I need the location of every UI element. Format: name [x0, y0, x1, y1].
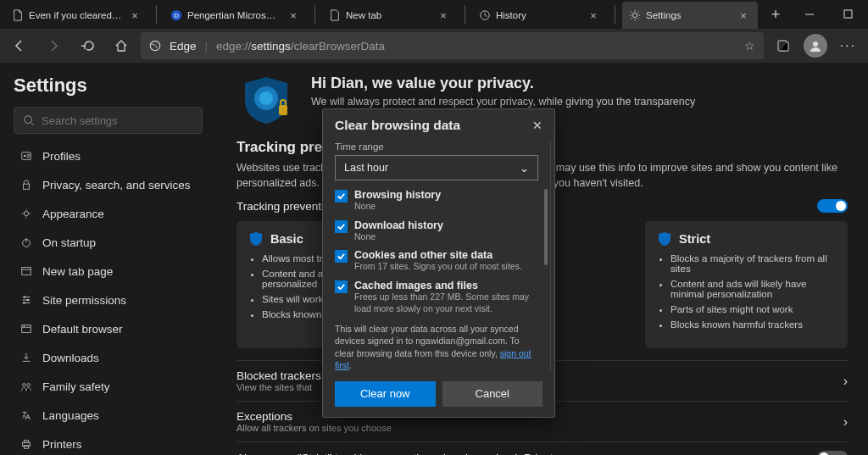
tab-title: Even if you cleared your his	[29, 10, 122, 20]
bullet: Content and ads will likely have minimal…	[670, 279, 836, 299]
tracking-label: Tracking prevention	[236, 200, 337, 213]
card-strict[interactable]: Strict Blocks a majority of trackers fro…	[645, 221, 848, 348]
shield-icon	[657, 231, 672, 247]
search-icon	[23, 114, 35, 126]
profile-button[interactable]	[801, 31, 830, 60]
history-icon	[479, 9, 491, 21]
settings-sidebar: Settings Profiles Privacy, search, and s…	[0, 63, 216, 455]
strict-inprivate-row: Always use "Strict" tracking prevention …	[236, 441, 848, 455]
svg-rect-11	[24, 184, 30, 189]
profile-icon	[19, 150, 34, 162]
close-icon[interactable]: ×	[736, 9, 751, 22]
card-basic[interactable]: Basic Allows most trackers across all si…	[236, 221, 439, 348]
svg-point-3	[632, 13, 637, 17]
svg-rect-18	[22, 325, 31, 333]
blocked-trackers-row[interactable]: Blocked trackers View the sites that ›	[236, 360, 848, 401]
refresh-button[interactable]	[73, 31, 102, 60]
svg-point-17	[23, 302, 25, 304]
close-icon[interactable]: ×	[586, 9, 601, 22]
svg-rect-4	[844, 10, 852, 18]
family-icon	[19, 380, 34, 392]
tab-settings[interactable]: Settings ×	[622, 2, 758, 29]
tracking-toggle[interactable]	[817, 199, 848, 213]
sidebar-item-appearance[interactable]: Appearance	[14, 200, 203, 227]
title-bar: Even if you cleared your his × D Pengert…	[0, 0, 868, 29]
lock-icon	[19, 179, 34, 191]
page-heading: Hi Dian, we value your privacy.	[311, 75, 695, 92]
page-icon	[329, 9, 341, 21]
sidebar-item-permissions[interactable]: Site permissions	[14, 286, 203, 314]
maximize-button[interactable]	[829, 0, 868, 29]
sidebar-item-printers[interactable]: Printers	[14, 430, 203, 455]
privacy-hero-icon	[236, 75, 296, 125]
settings-content: Hi Dian, we value your privacy. We will …	[216, 63, 868, 455]
back-button[interactable]	[5, 31, 34, 60]
sidebar-item-profiles[interactable]: Profiles	[14, 142, 203, 169]
download-icon	[19, 352, 34, 363]
forward-button[interactable]	[39, 31, 68, 60]
inprivate-toggle[interactable]	[817, 451, 848, 455]
appearance-icon	[19, 208, 34, 219]
svg-rect-30	[279, 105, 287, 115]
svg-rect-22	[24, 441, 28, 443]
svg-text:D: D	[174, 12, 179, 19]
svg-point-5	[150, 41, 159, 50]
address-bar[interactable]: Edge | edge://settings/clearBrowserData …	[141, 32, 764, 59]
tab-title: Pengertian Microsoft Edge	[187, 10, 281, 20]
close-icon[interactable]: ×	[127, 9, 142, 22]
search-settings[interactable]	[14, 107, 203, 134]
search-input[interactable]	[42, 114, 193, 127]
minimize-button[interactable]	[790, 0, 829, 29]
tab-0[interactable]: Even if you cleared your his ×	[5, 2, 149, 29]
sidebar-item-startup[interactable]: On startup	[14, 229, 203, 256]
sidebar-item-default[interactable]: Default browser	[14, 315, 203, 342]
exceptions-row[interactable]: Exceptions Allow all trackers on sites y…	[236, 401, 848, 441]
favicon-icon: D	[170, 9, 182, 21]
edge-icon	[149, 40, 161, 52]
close-icon[interactable]: ×	[436, 9, 451, 22]
close-icon[interactable]: ×	[286, 9, 301, 22]
home-button[interactable]	[107, 31, 136, 60]
browser-label: Edge	[170, 40, 197, 53]
page-icon	[19, 265, 34, 277]
sidebar-item-newtab[interactable]: New tab page	[14, 258, 203, 285]
svg-point-8	[25, 116, 32, 124]
page-icon	[12, 9, 24, 21]
svg-point-29	[259, 92, 273, 105]
toolbar: Edge | edge://settings/clearBrowserData …	[0, 29, 868, 63]
svg-point-7	[813, 42, 818, 47]
power-icon	[19, 236, 34, 248]
browser-icon	[19, 323, 34, 335]
printer-icon	[19, 438, 34, 450]
svg-point-20	[27, 384, 31, 387]
more-button[interactable]: ···	[833, 38, 863, 53]
tab-title: Settings	[646, 10, 731, 20]
favorite-icon[interactable]: ☆	[744, 39, 755, 53]
svg-point-16	[26, 299, 29, 302]
bullet: Blocks known harmful trackers	[670, 319, 836, 330]
tracking-title: Tracking prevention	[236, 139, 848, 156]
svg-point-12	[24, 211, 28, 215]
tab-1[interactable]: D Pengertian Microsoft Edge ×	[164, 2, 308, 29]
chevron-right-icon: ›	[843, 374, 848, 389]
new-tab-button[interactable]: +	[761, 0, 790, 29]
language-icon	[19, 409, 34, 421]
page-subheading: We will always protect and respect your …	[311, 96, 695, 108]
sidebar-item-family[interactable]: Family safety	[14, 373, 203, 400]
tracking-sub: Websites use trackers to collect info ab…	[236, 161, 848, 191]
chevron-right-icon: ›	[843, 414, 848, 430]
url-text: edge://settings/clearBrowserData	[216, 40, 385, 53]
bullet: Sites will work as expected	[262, 294, 427, 304]
svg-point-10	[24, 155, 26, 158]
sidebar-item-languages[interactable]: Languages	[14, 402, 203, 429]
sidebar-title: Settings	[14, 75, 203, 97]
svg-point-19	[23, 384, 26, 387]
tab-2[interactable]: New tab ×	[322, 2, 458, 29]
sidebar-item-downloads[interactable]: Downloads	[14, 344, 203, 371]
sliders-icon	[19, 294, 34, 306]
bullet: Parts of sites might not work	[670, 304, 836, 314]
sidebar-item-privacy[interactable]: Privacy, search, and services	[14, 171, 203, 198]
window-controls	[790, 0, 868, 29]
tab-3[interactable]: History ×	[472, 2, 608, 29]
collections-button[interactable]	[769, 31, 798, 60]
